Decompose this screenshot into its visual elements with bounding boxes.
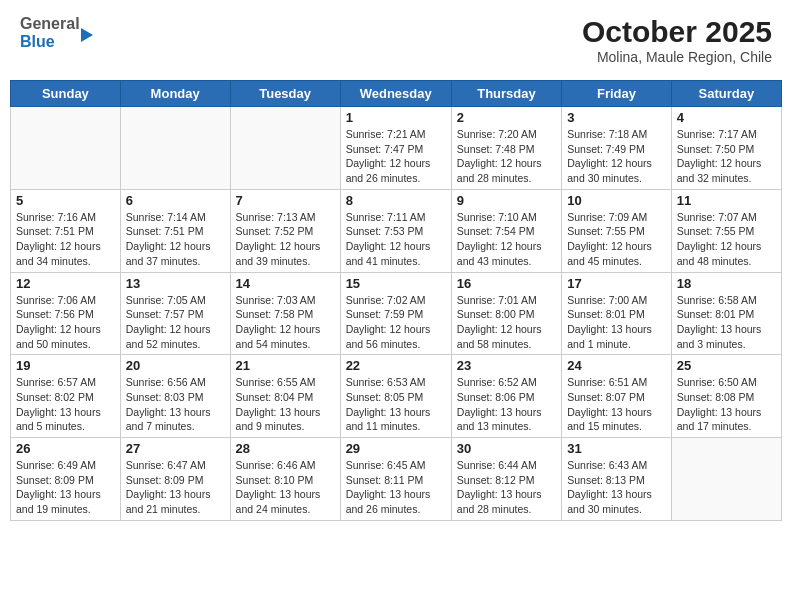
calendar-day-cell: 20Sunrise: 6:56 AMSunset: 8:03 PMDayligh… bbox=[120, 355, 230, 438]
day-number: 7 bbox=[236, 193, 335, 208]
day-number: 23 bbox=[457, 358, 556, 373]
calendar-day-cell: 6Sunrise: 7:14 AMSunset: 7:51 PMDaylight… bbox=[120, 189, 230, 272]
calendar-day-cell bbox=[230, 107, 340, 190]
day-number: 15 bbox=[346, 276, 446, 291]
logo-general: General bbox=[20, 15, 80, 33]
day-number: 3 bbox=[567, 110, 666, 125]
day-info: Sunrise: 6:45 AMSunset: 8:11 PMDaylight:… bbox=[346, 458, 446, 517]
day-info: Sunrise: 7:01 AMSunset: 8:00 PMDaylight:… bbox=[457, 293, 556, 352]
calendar-day-cell: 23Sunrise: 6:52 AMSunset: 8:06 PMDayligh… bbox=[451, 355, 561, 438]
calendar-day-cell: 3Sunrise: 7:18 AMSunset: 7:49 PMDaylight… bbox=[562, 107, 672, 190]
day-info: Sunrise: 7:20 AMSunset: 7:48 PMDaylight:… bbox=[457, 127, 556, 186]
day-info: Sunrise: 6:43 AMSunset: 8:13 PMDaylight:… bbox=[567, 458, 666, 517]
calendar-day-cell: 22Sunrise: 6:53 AMSunset: 8:05 PMDayligh… bbox=[340, 355, 451, 438]
day-info: Sunrise: 6:52 AMSunset: 8:06 PMDaylight:… bbox=[457, 375, 556, 434]
day-info: Sunrise: 6:58 AMSunset: 8:01 PMDaylight:… bbox=[677, 293, 776, 352]
calendar-day-cell bbox=[671, 438, 781, 521]
day-info: Sunrise: 6:56 AMSunset: 8:03 PMDaylight:… bbox=[126, 375, 225, 434]
day-number: 1 bbox=[346, 110, 446, 125]
calendar-day-cell: 9Sunrise: 7:10 AMSunset: 7:54 PMDaylight… bbox=[451, 189, 561, 272]
calendar-day-cell: 2Sunrise: 7:20 AMSunset: 7:48 PMDaylight… bbox=[451, 107, 561, 190]
day-number: 26 bbox=[16, 441, 115, 456]
day-info: Sunrise: 7:18 AMSunset: 7:49 PMDaylight:… bbox=[567, 127, 666, 186]
day-info: Sunrise: 7:00 AMSunset: 8:01 PMDaylight:… bbox=[567, 293, 666, 352]
title-area: October 2025 Molina, Maule Region, Chile bbox=[582, 15, 772, 65]
calendar-week-row: 19Sunrise: 6:57 AMSunset: 8:02 PMDayligh… bbox=[11, 355, 782, 438]
day-info: Sunrise: 7:17 AMSunset: 7:50 PMDaylight:… bbox=[677, 127, 776, 186]
day-number: 22 bbox=[346, 358, 446, 373]
calendar-body: 1Sunrise: 7:21 AMSunset: 7:47 PMDaylight… bbox=[11, 107, 782, 521]
day-of-week-header: Saturday bbox=[671, 81, 781, 107]
day-number: 27 bbox=[126, 441, 225, 456]
calendar-day-cell: 10Sunrise: 7:09 AMSunset: 7:55 PMDayligh… bbox=[562, 189, 672, 272]
day-number: 20 bbox=[126, 358, 225, 373]
calendar-header-row: SundayMondayTuesdayWednesdayThursdayFrid… bbox=[11, 81, 782, 107]
calendar-day-cell: 13Sunrise: 7:05 AMSunset: 7:57 PMDayligh… bbox=[120, 272, 230, 355]
day-info: Sunrise: 7:05 AMSunset: 7:57 PMDaylight:… bbox=[126, 293, 225, 352]
calendar-day-cell: 14Sunrise: 7:03 AMSunset: 7:58 PMDayligh… bbox=[230, 272, 340, 355]
day-number: 28 bbox=[236, 441, 335, 456]
day-info: Sunrise: 6:49 AMSunset: 8:09 PMDaylight:… bbox=[16, 458, 115, 517]
calendar-day-cell: 1Sunrise: 7:21 AMSunset: 7:47 PMDaylight… bbox=[340, 107, 451, 190]
calendar-week-row: 5Sunrise: 7:16 AMSunset: 7:51 PMDaylight… bbox=[11, 189, 782, 272]
day-info: Sunrise: 6:55 AMSunset: 8:04 PMDaylight:… bbox=[236, 375, 335, 434]
day-number: 17 bbox=[567, 276, 666, 291]
day-info: Sunrise: 6:57 AMSunset: 8:02 PMDaylight:… bbox=[16, 375, 115, 434]
day-number: 16 bbox=[457, 276, 556, 291]
calendar-table: SundayMondayTuesdayWednesdayThursdayFrid… bbox=[10, 80, 782, 521]
day-info: Sunrise: 6:46 AMSunset: 8:10 PMDaylight:… bbox=[236, 458, 335, 517]
day-number: 21 bbox=[236, 358, 335, 373]
calendar-day-cell: 12Sunrise: 7:06 AMSunset: 7:56 PMDayligh… bbox=[11, 272, 121, 355]
calendar-day-cell bbox=[120, 107, 230, 190]
day-info: Sunrise: 7:03 AMSunset: 7:58 PMDaylight:… bbox=[236, 293, 335, 352]
day-info: Sunrise: 7:09 AMSunset: 7:55 PMDaylight:… bbox=[567, 210, 666, 269]
calendar-day-cell: 25Sunrise: 6:50 AMSunset: 8:08 PMDayligh… bbox=[671, 355, 781, 438]
day-number: 11 bbox=[677, 193, 776, 208]
calendar-day-cell: 27Sunrise: 6:47 AMSunset: 8:09 PMDayligh… bbox=[120, 438, 230, 521]
day-of-week-header: Tuesday bbox=[230, 81, 340, 107]
day-info: Sunrise: 7:13 AMSunset: 7:52 PMDaylight:… bbox=[236, 210, 335, 269]
day-number: 13 bbox=[126, 276, 225, 291]
calendar-day-cell: 18Sunrise: 6:58 AMSunset: 8:01 PMDayligh… bbox=[671, 272, 781, 355]
day-of-week-header: Wednesday bbox=[340, 81, 451, 107]
logo-arrow-icon bbox=[81, 28, 93, 42]
day-number: 25 bbox=[677, 358, 776, 373]
day-number: 2 bbox=[457, 110, 556, 125]
calendar-day-cell: 5Sunrise: 7:16 AMSunset: 7:51 PMDaylight… bbox=[11, 189, 121, 272]
day-number: 19 bbox=[16, 358, 115, 373]
day-info: Sunrise: 7:21 AMSunset: 7:47 PMDaylight:… bbox=[346, 127, 446, 186]
calendar-day-cell: 11Sunrise: 7:07 AMSunset: 7:55 PMDayligh… bbox=[671, 189, 781, 272]
day-info: Sunrise: 7:02 AMSunset: 7:59 PMDaylight:… bbox=[346, 293, 446, 352]
day-number: 14 bbox=[236, 276, 335, 291]
day-number: 12 bbox=[16, 276, 115, 291]
calendar-day-cell bbox=[11, 107, 121, 190]
calendar-day-cell: 15Sunrise: 7:02 AMSunset: 7:59 PMDayligh… bbox=[340, 272, 451, 355]
day-info: Sunrise: 6:50 AMSunset: 8:08 PMDaylight:… bbox=[677, 375, 776, 434]
day-number: 4 bbox=[677, 110, 776, 125]
day-of-week-header: Friday bbox=[562, 81, 672, 107]
day-number: 9 bbox=[457, 193, 556, 208]
logo-blue: Blue bbox=[20, 33, 80, 51]
day-number: 6 bbox=[126, 193, 225, 208]
day-number: 18 bbox=[677, 276, 776, 291]
logo: General Blue bbox=[20, 15, 93, 51]
calendar-day-cell: 29Sunrise: 6:45 AMSunset: 8:11 PMDayligh… bbox=[340, 438, 451, 521]
day-info: Sunrise: 6:53 AMSunset: 8:05 PMDaylight:… bbox=[346, 375, 446, 434]
day-of-week-header: Monday bbox=[120, 81, 230, 107]
day-info: Sunrise: 7:11 AMSunset: 7:53 PMDaylight:… bbox=[346, 210, 446, 269]
day-number: 8 bbox=[346, 193, 446, 208]
calendar-day-cell: 7Sunrise: 7:13 AMSunset: 7:52 PMDaylight… bbox=[230, 189, 340, 272]
day-info: Sunrise: 6:44 AMSunset: 8:12 PMDaylight:… bbox=[457, 458, 556, 517]
calendar-week-row: 12Sunrise: 7:06 AMSunset: 7:56 PMDayligh… bbox=[11, 272, 782, 355]
calendar-day-cell: 17Sunrise: 7:00 AMSunset: 8:01 PMDayligh… bbox=[562, 272, 672, 355]
day-of-week-header: Thursday bbox=[451, 81, 561, 107]
day-info: Sunrise: 7:14 AMSunset: 7:51 PMDaylight:… bbox=[126, 210, 225, 269]
day-info: Sunrise: 7:10 AMSunset: 7:54 PMDaylight:… bbox=[457, 210, 556, 269]
day-info: Sunrise: 7:07 AMSunset: 7:55 PMDaylight:… bbox=[677, 210, 776, 269]
calendar-day-cell: 16Sunrise: 7:01 AMSunset: 8:00 PMDayligh… bbox=[451, 272, 561, 355]
day-info: Sunrise: 6:47 AMSunset: 8:09 PMDaylight:… bbox=[126, 458, 225, 517]
month-title: October 2025 bbox=[582, 15, 772, 49]
calendar-day-cell: 21Sunrise: 6:55 AMSunset: 8:04 PMDayligh… bbox=[230, 355, 340, 438]
calendar-week-row: 26Sunrise: 6:49 AMSunset: 8:09 PMDayligh… bbox=[11, 438, 782, 521]
day-number: 31 bbox=[567, 441, 666, 456]
